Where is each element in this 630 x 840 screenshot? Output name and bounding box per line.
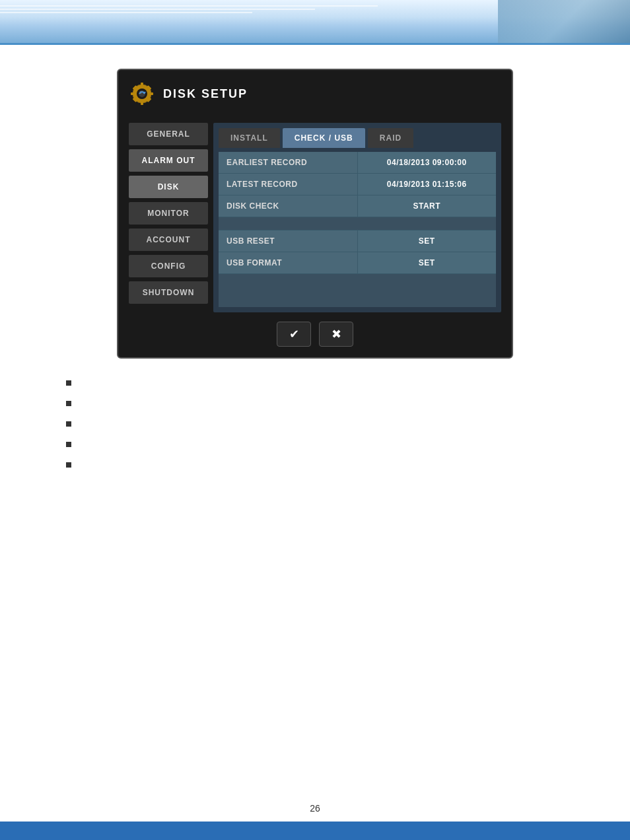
empty-space: [219, 274, 496, 307]
sidebar-item-disk[interactable]: DISK: [129, 176, 208, 198]
tab-raid[interactable]: RAID: [368, 128, 413, 148]
list-item: [66, 460, 564, 468]
list-item: [66, 378, 564, 386]
sidebar-item-config[interactable]: CONFIG: [129, 255, 208, 277]
gear-icon: [129, 81, 155, 107]
main-panel: INSTALL CHECK / USB RAID EARLIEST RECORD…: [213, 123, 501, 312]
tab-install[interactable]: INSTALL: [219, 128, 280, 148]
header-camera-graphic: [498, 0, 630, 45]
usb-reset-set-button[interactable]: SET: [358, 230, 497, 252]
table-row: DISK CHECK START: [219, 195, 496, 217]
svg-rect-2: [141, 83, 143, 87]
dialog-title: DISK SETUP: [163, 87, 248, 101]
svg-rect-5: [149, 92, 153, 95]
cancel-button[interactable]: ✖: [319, 322, 353, 347]
usb-reset-label: USB RESET: [219, 230, 358, 252]
header-line-2: [0, 9, 315, 10]
svg-rect-4: [131, 92, 135, 95]
bullet-section: [26, 359, 604, 494]
usb-format-label: USB FORMAT: [219, 252, 358, 273]
earliest-record-label: EARLIEST RECORD: [219, 152, 358, 173]
header-line-1: [0, 5, 378, 7]
header-line-3: [0, 12, 252, 13]
sidebar-item-monitor[interactable]: MONITOR: [129, 202, 208, 225]
table-row: LATEST RECORD 04/19/2013 01:15:06: [219, 174, 496, 195]
earliest-record-value: 04/18/2013 09:00:00: [358, 152, 497, 173]
bullet-icon: [66, 380, 71, 386]
table-spacer: [219, 217, 496, 230]
bullet-icon: [66, 442, 71, 447]
latest-record-label: LATEST RECORD: [219, 174, 358, 195]
main-content: DISK SETUP GENERAL ALARM OUT DISK MONITO…: [0, 45, 630, 507]
confirm-button[interactable]: ✔: [277, 322, 311, 347]
table-row: USB RESET SET: [219, 230, 496, 252]
bullet-icon: [66, 421, 71, 427]
list-item: [66, 419, 564, 427]
list-item: [66, 399, 564, 406]
sidebar-item-shutdown[interactable]: SHUTDOWN: [129, 281, 208, 304]
sidebar-item-account[interactable]: ACCOUNT: [129, 228, 208, 251]
header-banner: [0, 0, 630, 45]
bullet-icon: [66, 462, 71, 468]
svg-rect-3: [141, 100, 143, 105]
usb-format-set-button[interactable]: SET: [358, 252, 497, 273]
table-row: EARLIEST RECORD 04/18/2013 09:00:00: [219, 152, 496, 174]
table-row: USB FORMAT SET: [219, 252, 496, 274]
footer-bar: [0, 822, 630, 840]
page-number: 26: [310, 803, 320, 814]
dialog-footer: ✔ ✖: [129, 322, 501, 347]
dialog-header: DISK SETUP: [129, 81, 501, 112]
disk-check-label: DISK CHECK: [219, 195, 358, 217]
list-item: [66, 440, 564, 447]
disk-check-start-button[interactable]: START: [358, 195, 497, 217]
bullet-icon: [66, 401, 71, 406]
sidebar: GENERAL ALARM OUT DISK MONITOR ACCOUNT C…: [129, 123, 208, 312]
disk-setup-dialog: DISK SETUP GENERAL ALARM OUT DISK MONITO…: [117, 69, 513, 359]
sidebar-item-general[interactable]: GENERAL: [129, 123, 208, 145]
tab-bar: INSTALL CHECK / USB RAID: [219, 128, 496, 148]
tab-check-usb[interactable]: CHECK / USB: [283, 128, 365, 148]
dialog-body: GENERAL ALARM OUT DISK MONITOR ACCOUNT C…: [129, 123, 501, 312]
sidebar-item-alarm-out[interactable]: ALARM OUT: [129, 149, 208, 172]
table-area: EARLIEST RECORD 04/18/2013 09:00:00 LATE…: [219, 152, 496, 307]
latest-record-value: 04/19/2013 01:15:06: [358, 174, 497, 195]
